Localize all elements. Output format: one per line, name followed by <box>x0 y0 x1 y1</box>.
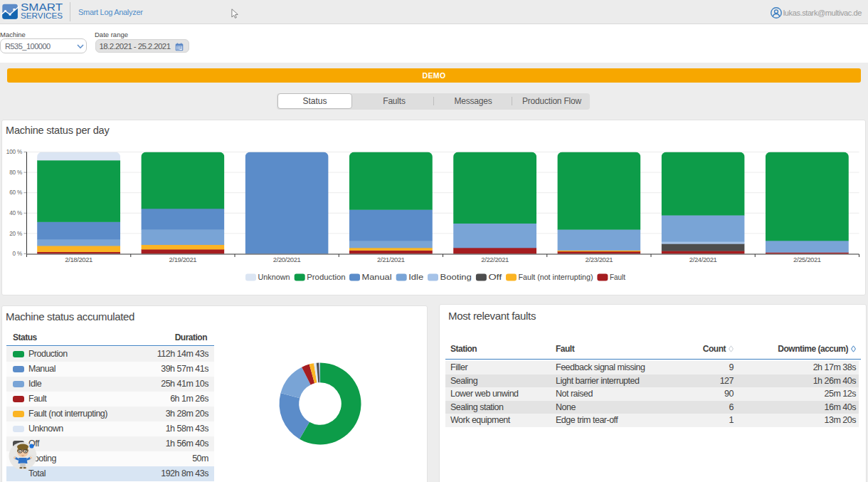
svg-text:2/25/2021: 2/25/2021 <box>793 256 821 263</box>
svg-text:100 %: 100 % <box>6 149 22 155</box>
svg-text:2/18/2021: 2/18/2021 <box>65 256 92 263</box>
svg-text:20 %: 20 % <box>9 231 22 237</box>
svg-text:2/23/2021: 2/23/2021 <box>586 256 613 263</box>
svg-text:2/21/2021: 2/21/2021 <box>377 256 405 263</box>
svg-text:Fault (not interrupting): Fault (not interrupting) <box>519 273 593 281</box>
svg-text:2/20/2021: 2/20/2021 <box>273 256 301 263</box>
svg-text:2/22/2021: 2/22/2021 <box>481 256 509 263</box>
svg-text:40 %: 40 % <box>9 210 22 216</box>
svg-text:Off: Off <box>488 273 502 281</box>
svg-text:Manual: Manual <box>362 273 392 281</box>
svg-text:Booting: Booting <box>440 273 472 281</box>
svg-text:2/19/2021: 2/19/2021 <box>169 256 197 263</box>
svg-text:SERVICES: SERVICES <box>21 11 63 20</box>
svg-text:80 %: 80 % <box>9 169 22 176</box>
svg-text:Production: Production <box>307 273 346 281</box>
svg-text:0 %: 0 % <box>12 251 22 257</box>
svg-text:60 %: 60 % <box>9 189 22 196</box>
svg-text:Idle: Idle <box>408 273 423 281</box>
svg-text:Fault: Fault <box>610 273 625 281</box>
svg-text:Unknown: Unknown <box>258 273 290 281</box>
svg-text:2/24/2021: 2/24/2021 <box>689 256 717 263</box>
